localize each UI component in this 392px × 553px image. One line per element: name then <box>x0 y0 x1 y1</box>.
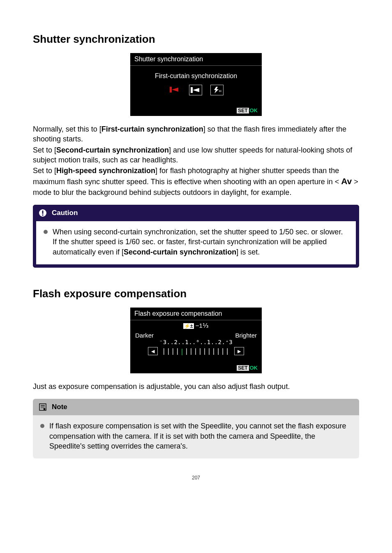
darker-label: Darker <box>135 332 154 339</box>
caution-label: Caution <box>52 209 78 217</box>
caution-header: Caution <box>33 205 359 221</box>
tick-bar: ||||||||||||||| <box>162 347 230 355</box>
svg-rect-8 <box>44 408 45 410</box>
cs-darker-brighter-row: Darker Brighter <box>130 331 262 339</box>
left-arrow-button[interactable]: ◀ <box>148 347 158 355</box>
svg-rect-3 <box>42 215 44 216</box>
second-curtain-icon[interactable] <box>189 85 202 95</box>
high-speed-sync-icon[interactable]: H <box>210 85 224 95</box>
note-text: If flash exposure compensation is set wi… <box>49 421 352 451</box>
bullet-dot <box>44 230 48 234</box>
note-callout: Note If flash exposure compensation is s… <box>33 399 359 458</box>
cs-scale: ⁻3..2..1..⁰..1..2.⁺3 <box>130 339 262 347</box>
note-label: Note <box>52 403 67 411</box>
cs-subtitle: First-curtain synchronization <box>130 66 262 83</box>
caution-body: When using second-curtain synchronizatio… <box>33 221 359 268</box>
set-label: SET <box>237 108 249 113</box>
cs-tick-row: ◀ ||||||||||||||| ▶ <box>130 347 262 363</box>
cs-title: Shutter synchronization <box>130 53 262 65</box>
bullet-dot <box>40 424 44 428</box>
camera-screenshot-shutter-sync: Shutter synchronization First-curtain sy… <box>130 53 262 116</box>
caution-icon <box>39 209 47 217</box>
note-body: If flash exposure compensation is set wi… <box>33 415 359 458</box>
body-text: Normally, set this to [First-curtain syn… <box>33 124 359 144</box>
note-icon <box>39 403 47 411</box>
av-mode-icon: Av <box>341 176 352 186</box>
cs-ok-row: SETOK <box>130 363 262 373</box>
page: Shutter synchronization Shutter synchron… <box>0 0 392 497</box>
body-text: Set to [High-speed synchronization] for … <box>33 166 359 197</box>
ok-label: OK <box>249 107 258 113</box>
cs-icon-row: H <box>130 83 262 106</box>
cs-ok-row: SETOK <box>130 106 262 116</box>
svg-rect-2 <box>42 211 44 214</box>
note-header: Note <box>33 399 359 415</box>
caution-callout: Caution When using second-curtain synchr… <box>33 205 359 268</box>
heading-shutter-sync: Shutter synchronization <box>33 33 359 46</box>
body-text: Just as exposure compensation is adjusta… <box>33 382 359 391</box>
first-curtain-icon[interactable] <box>168 85 181 95</box>
body-text: Set to [Second-curtain synchronization] … <box>33 145 359 165</box>
right-arrow-button[interactable]: ▶ <box>234 347 244 355</box>
cs-value: ⚡± −1⅓ <box>130 320 262 331</box>
set-label: SET <box>237 365 249 371</box>
brighter-label: Brighter <box>235 332 257 339</box>
caution-text: When using second-curtain synchronizatio… <box>53 227 348 257</box>
cs-title: Flash exposure compensation <box>130 308 262 320</box>
ok-label: OK <box>249 365 258 371</box>
heading-flash-exposure-comp: Flash exposure compensation <box>33 287 359 300</box>
camera-screenshot-flash-comp: Flash exposure compensation ⚡± −1⅓ Darke… <box>130 308 262 373</box>
page-number: 207 <box>33 475 359 481</box>
svg-text:H: H <box>219 89 221 93</box>
